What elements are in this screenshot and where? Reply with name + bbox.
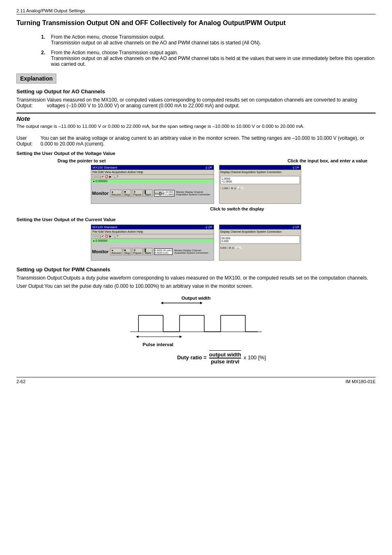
- ss-tabs-2: Display Channel Acquisition System Conne…: [220, 171, 281, 173]
- drag-label: Drag the pointer to set: [58, 158, 106, 163]
- step-1-line2: Transmission output on all active channe…: [51, 40, 376, 46]
- ss-titlebar-1: MX100 Standard -|□|✕: [91, 165, 214, 170]
- transmission-text: Values measured on the MX100, or compute…: [47, 97, 376, 109]
- ss-titlebar-4: -|□|✕: [219, 225, 301, 229]
- svg-marker-2: [200, 302, 203, 304]
- mark-btn-1[interactable]: ▌Mark: [143, 190, 152, 197]
- step-2-line2: Transmission output on all active channe…: [51, 56, 376, 67]
- record-btn-1[interactable]: ●Record: [110, 190, 122, 197]
- ss-content-3: Monitor ●Record ■Stop ⏸Pause ▌Mark 0.000…: [91, 243, 214, 260]
- ss-status-1: ● 0.000000: [91, 179, 214, 183]
- ss-btn-row-1: ●Record ■Stop ⏸Pause ▌Mark: [110, 190, 152, 197]
- pwm-transmission-label: Transmission Output:: [16, 275, 63, 281]
- ss-content-4: Display Channel Acquisition System Conne…: [219, 229, 301, 260]
- transmission-row: Transmission Output: Values measured on …: [16, 97, 376, 109]
- ss-titlebar-3: MX100 Standard -|□|✕: [91, 225, 214, 229]
- voltage-screenshot-right: -|□|✕ Display Channel Acquisition System…: [219, 165, 301, 204]
- current-screenshots: MX100 Standard -|□|✕ File Edit View Acqu…: [16, 224, 376, 261]
- duty-ratio-text: Duty ratio =: [177, 354, 207, 361]
- step-1-num: 1.: [41, 34, 51, 46]
- page-footer: 2-62 IM MX180-01E: [16, 377, 376, 384]
- ss-toolbar-1: □ □ □ | ✔ ⭕ ▶ 🔍 ?: [91, 175, 214, 179]
- ss-unit-display: ↑ 1.000 ↕ ⚙ 🔊 📊 📈: [220, 187, 244, 190]
- user-output-row: User Output: You can set the analog volt…: [16, 135, 376, 147]
- pwm-waveform: [126, 307, 266, 340]
- current-setting-title: Setting the User Output of the Current V…: [16, 217, 376, 222]
- step-2-line1: From the Action menu, choose Transmissio…: [51, 50, 376, 56]
- ss-current-display: 0.0000 20 mAV 0.0000 (mA): [154, 248, 173, 255]
- stop-btn-1[interactable]: ■Stop: [123, 190, 131, 197]
- duty-fraction: output width pulse intrvl: [209, 350, 241, 365]
- user-output-label: User Output:: [16, 135, 41, 147]
- step-2: 2. From the Action menu, choose Transmis…: [41, 50, 376, 67]
- ss-toolbar-3: □ □ □ | ✔ ⭕ ▶ 🔍 ?: [91, 234, 214, 239]
- ss-status-3: ● 0.000000: [91, 239, 214, 243]
- svg-marker-17: [136, 335, 138, 338]
- steps-list: 1. From the Action menu, choose Transmis…: [41, 34, 376, 67]
- step-2-content: From the Action menu, choose Transmissio…: [51, 50, 376, 67]
- voltage-diagram-labels: Drag the pointer to set Click the input …: [16, 158, 376, 163]
- current-screenshot-right: -|□|✕ Display Channel Acquisition System…: [219, 224, 301, 261]
- section-title: 2.11 Analog/PWM Output Settings: [16, 8, 85, 13]
- ao-section-title: Setting up Output for AO Channels: [16, 88, 376, 95]
- note-text: The output range is –11.000 to 11.000 V …: [16, 124, 376, 129]
- pwm-user-text: You can set the pulse duty ratio (0.000 …: [44, 283, 253, 289]
- ss-tabs-3: Monitor Display Channel Acquisition Syst…: [174, 249, 213, 254]
- pwm-diagram: Output width Pulse interval: [126, 296, 266, 365]
- footer-page-num: 2-62: [16, 379, 25, 384]
- step-1: 1. From the Action menu, choose Transmis…: [41, 34, 376, 46]
- slider-thumb-1[interactable]: [159, 192, 161, 195]
- output-width-section: Output width: [126, 296, 266, 305]
- note-box: Note The output range is –11.000 to 11.0…: [16, 113, 376, 129]
- pause-btn-3[interactable]: ⏸Pause: [132, 248, 143, 255]
- step-1-content: From the Action menu, choose Transmissio…: [51, 34, 376, 46]
- mark-btn-3[interactable]: ▌Mark: [143, 248, 152, 255]
- monitor-label-1: Monitor: [92, 191, 108, 196]
- ss-input-box-current[interactable]: 00.0000.000: [220, 236, 300, 244]
- ss-tabs-1: Monitor Display Channel Acquisition Syst…: [176, 191, 213, 196]
- transmission-label: Transmission Output:: [16, 97, 47, 109]
- user-output-text: You can set the analog voltage or analog…: [41, 135, 376, 147]
- pulse-interval-label: Pulse interval: [143, 342, 266, 347]
- note-title: Note: [16, 115, 376, 122]
- ss-content-2: Display Channel Acquisition System Conne…: [219, 170, 301, 204]
- voltage-setting-title: Setting the User Output of the Voltage V…: [16, 151, 376, 156]
- ss-btn-row-3: ●Record ■Stop ⏸Pause ▌Mark: [110, 248, 152, 255]
- output-width-arrow: [155, 301, 237, 305]
- pwm-user-label: User Output:: [16, 283, 44, 289]
- click-switch-label: Click to switch the display: [99, 206, 376, 211]
- duty-x100: x 100 [%]: [244, 354, 266, 361]
- monitor-label-3: Monitor: [92, 249, 108, 254]
- slider-1[interactable]: [155, 192, 164, 195]
- svg-marker-1: [161, 302, 163, 304]
- ss-content-1: Monitor ●Record ■Stop ⏸Pause ▌Mark -10.0…: [91, 183, 214, 204]
- pwm-transmission-text: Outputs a duty pulse waveform correspond…: [63, 275, 368, 281]
- voltage-screenshots: MX100 Standard -|□|✕ File Edit View Acqu…: [16, 165, 376, 204]
- ss-tabs-4: Display Channel Acquisition System Conne…: [220, 230, 281, 233]
- ss-unit-display-current: 6.000 ↕ ⚙ 🔊 📊 📈: [220, 246, 242, 249]
- ss-titlebar-2: -|□|✕: [219, 165, 301, 170]
- pause-btn-1[interactable]: ⏸Pause: [132, 190, 143, 197]
- duty-ratio-formula: Duty ratio = output width pulse intrvl x…: [126, 350, 266, 365]
- page-title: Turning Transmission Output ON and OFF C…: [16, 18, 376, 28]
- voltage-screenshot-left: MX100 Standard -|□|✕ File Edit View Acqu…: [91, 165, 214, 204]
- pwm-transmission-row: Transmission Output: Outputs a duty puls…: [16, 275, 376, 281]
- output-width-label: Output width: [182, 296, 211, 301]
- record-btn-3[interactable]: ●Record: [110, 248, 122, 255]
- step-2-num: 2.: [41, 50, 51, 67]
- stop-btn-3[interactable]: ■Stop: [123, 248, 131, 255]
- ss-menu-3: File Edit View Acquisition Action Help: [91, 229, 214, 234]
- current-screenshot-left: MX100 Standard -|□|✕ File Edit View Acqu…: [91, 224, 214, 261]
- pwm-user-row: User Output: You can set the pulse duty …: [16, 283, 376, 289]
- pwm-section-title: Setting up Output for PWM Channels: [16, 266, 376, 273]
- ss-input-box[interactable]: 1.0000+1.0000: [220, 176, 300, 184]
- svg-marker-18: [180, 335, 182, 338]
- footer-doc-id: IM MX180-01E: [346, 379, 376, 384]
- ss-value-display-1: -10.000+1.0000: [154, 190, 175, 197]
- ss-menu-1: File Edit View Acquisition Action Help: [91, 170, 214, 175]
- step-1-line1: From the Action menu, choose Transmissio…: [51, 34, 376, 40]
- section-header: 2.11 Analog/PWM Output Settings: [16, 8, 376, 14]
- click-value-label: Click the input box, and enter a value: [288, 158, 367, 163]
- explanation-badge: Explanation: [16, 74, 56, 83]
